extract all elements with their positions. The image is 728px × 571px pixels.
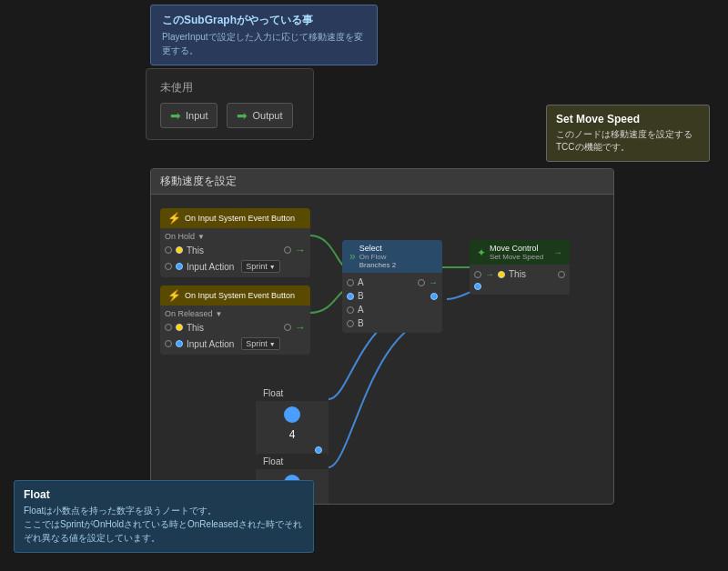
event2-inputaction-row: Input Action Sprint <box>160 336 310 352</box>
event1-this-pin-out <box>284 246 291 254</box>
event1-header: ⚡ On Input System Event Button <box>160 208 310 228</box>
move-header: ✦ Move Control Set Move Speed → <box>470 240 570 265</box>
event2-header: ⚡ On Input System Event Button <box>160 286 310 306</box>
event1-this-pin <box>176 246 183 254</box>
event2-body: On Released ▼ This → Input Action Sprint <box>160 306 310 355</box>
event1-ia-label: Input Action <box>187 262 234 272</box>
select-row-B2: B <box>342 316 442 330</box>
move-this-label: This <box>509 269 526 279</box>
select-A2-pin <box>347 306 354 314</box>
move-exec-in <box>474 271 481 278</box>
event2-subtitle-row: On Released ▼ <box>160 308 310 319</box>
unused-label: 未使用 <box>160 80 299 95</box>
select-B-label: B <box>358 291 364 301</box>
event2-this-row: This → <box>160 319 310 336</box>
top-tooltip-body: PlayerInputで設定した入力に応じて移動速度を変更する。 <box>162 30 366 57</box>
move-this-out <box>558 271 565 278</box>
input-arrow-icon: ➡ <box>170 108 181 123</box>
event1-ia-pin <box>176 263 183 270</box>
event2-sprint-dropdown[interactable]: Sprint <box>241 337 279 350</box>
event2-ia-pin-in <box>165 340 172 347</box>
graph-canvas: ⚡ On Input System Event Button On Hold ▼… <box>151 195 613 505</box>
event1-ia-pin-in <box>165 263 172 270</box>
right-tooltip: Set Move Speed このノードは移動速度を設定するTCCの機能です。 <box>546 105 710 162</box>
select-B-pin-in <box>347 293 354 300</box>
event2-dropdown-icon: ▼ <box>216 310 223 318</box>
select-A-pin-out <box>418 279 425 286</box>
event1-body: On Hold ▼ This → Input Action Sprint <box>160 228 310 277</box>
bottom-tooltip: Float Floatは小数点を持った数字を扱うノートです。 ここではSprin… <box>14 480 314 553</box>
move-exec-in-arrow: → <box>485 269 494 279</box>
select-row-B: B <box>342 289 442 303</box>
event1-this-row: This → <box>160 242 310 258</box>
event2-this-pin-in <box>165 324 172 331</box>
event1-this-label: This <box>187 245 204 255</box>
select-B2-pin <box>347 320 354 327</box>
select-title-group: Select On Flow Branches 2 <box>359 244 396 269</box>
event2-this-pin <box>176 324 183 331</box>
event1-subtitle: On Hold <box>165 232 195 241</box>
float2-header: Float <box>256 454 329 469</box>
output-node[interactable]: ➡ Output <box>227 103 292 128</box>
select-node[interactable]: » Select On Flow Branches 2 A → <box>342 240 442 333</box>
move-this-pin <box>498 271 505 278</box>
graph-title: 移動速度を設定 <box>151 169 613 195</box>
move-this-row: → This <box>470 267 570 281</box>
select-B-pin-out <box>430 293 438 300</box>
select-body: A → B A B <box>342 273 442 333</box>
float1-label: Float <box>263 388 283 398</box>
select-A-label: A <box>358 277 364 287</box>
input-node[interactable]: ➡ Input <box>160 103 217 128</box>
event2-ia-label: Input Action <box>187 339 234 349</box>
bottom-tooltip-line1: Floatは小数点を持った数字を扱うノートです。 <box>24 504 304 517</box>
move-body: → This <box>470 265 570 295</box>
event1-sprint-value: Sprint <box>246 262 268 271</box>
select-title: Select <box>359 244 396 253</box>
select-row-A2: A <box>342 303 442 316</box>
select-branches: Branches 2 <box>359 261 396 269</box>
graph-container: 移動速度を設定 ⚡ On Input System Event Button <box>150 168 614 505</box>
unused-nodes: ➡ Input ➡ Output <box>160 103 299 128</box>
event1-this-pin-in <box>165 246 172 254</box>
select-A2-label: A <box>358 305 364 315</box>
event-node-1[interactable]: ⚡ On Input System Event Button On Hold ▼… <box>160 208 310 277</box>
select-exec-icon: » <box>349 250 356 263</box>
select-A-exec-out: → <box>429 277 438 287</box>
right-tooltip-title: Set Move Speed <box>556 113 700 125</box>
event2-this-pin-out <box>284 324 291 331</box>
event1-subtitle-row: On Hold ▼ <box>160 231 310 242</box>
event-node-2[interactable]: ⚡ On Input System Event Button On Releas… <box>160 286 310 355</box>
bottom-tooltip-line2: ここではSprintがOnHoldされている時とOnReleasedされた時でそ… <box>24 517 304 545</box>
move-speed-row <box>470 281 570 292</box>
event2-sprint-value: Sprint <box>246 339 268 348</box>
move-speed-pin <box>474 283 481 290</box>
float1-header: Float <box>256 386 329 401</box>
bottom-tooltip-title: Float <box>24 488 304 501</box>
event1-exec-out: → <box>295 244 306 256</box>
float1-body: 4 <box>256 401 329 457</box>
event1-title: On Input System Event Button <box>185 214 295 224</box>
select-B2-label: B <box>358 318 364 328</box>
input-label: Input <box>186 110 207 121</box>
select-subtitle: On Flow <box>359 253 396 261</box>
event1-inputaction-row: Input Action Sprint <box>160 258 310 275</box>
event1-sprint-dropdown[interactable]: Sprint <box>241 260 279 273</box>
bottom-tooltip-body: Floatは小数点を持った数字を扱うノートです。 ここではSprintがOnHo… <box>24 504 304 545</box>
move-icon: ✦ <box>477 246 486 259</box>
float1-value: 4 <box>258 426 327 445</box>
move-subtitle: Set Move Speed <box>490 253 543 261</box>
float-node-1[interactable]: Float 4 <box>256 386 329 457</box>
event1-icon: ⚡ <box>167 212 181 225</box>
unused-area: 未使用 ➡ Input ➡ Output <box>146 68 314 140</box>
output-arrow-icon: ➡ <box>237 108 248 123</box>
event2-exec-out: → <box>295 321 306 334</box>
float1-out-pin <box>315 446 322 454</box>
move-control-node[interactable]: ✦ Move Control Set Move Speed → → This <box>470 240 570 295</box>
select-header: » Select On Flow Branches 2 <box>342 240 442 273</box>
move-exec-out-header: → <box>553 247 562 257</box>
top-tooltip-title: このSubGraphがやっている事 <box>162 13 366 28</box>
event2-this-label: This <box>187 323 204 333</box>
float2-label: Float <box>263 456 283 466</box>
move-title-group: Move Control Set Move Speed <box>490 244 543 261</box>
float1-circle <box>284 406 300 423</box>
